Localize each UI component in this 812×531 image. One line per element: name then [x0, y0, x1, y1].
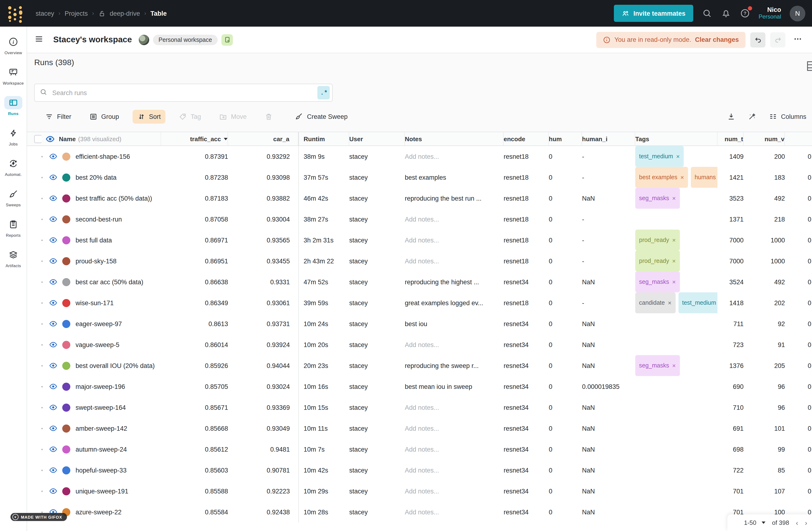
- create-sweep-button[interactable]: Create Sweep: [290, 109, 352, 124]
- cell-notes[interactable]: Add notes...: [405, 397, 504, 418]
- cell-notes[interactable]: best examples: [405, 167, 504, 188]
- workspace-owner-avatar[interactable]: [139, 34, 149, 45]
- visibility-eye-icon[interactable]: [49, 480, 62, 502]
- visibility-eye-icon[interactable]: [49, 397, 62, 418]
- table-row[interactable]: swept-sweep-164 0.85671 0.93369 10m 15s …: [0, 397, 812, 418]
- remove-tag-icon[interactable]: ✕: [672, 252, 676, 270]
- header-user[interactable]: User: [349, 132, 405, 145]
- header-num-t[interactable]: num_t: [717, 132, 743, 145]
- tag-button[interactable]: Tag: [174, 110, 206, 123]
- header-car-a[interactable]: car_a: [228, 132, 299, 145]
- menu-hamburger-icon[interactable]: [34, 34, 44, 45]
- visibility-eye-icon[interactable]: [49, 334, 62, 355]
- visibility-eye-icon[interactable]: [49, 209, 62, 230]
- run-name[interactable]: hopeful-sweep-33: [75, 460, 161, 480]
- remove-tag-icon[interactable]: ✕: [668, 294, 671, 312]
- table-row[interactable]: unique-sweep-191 0.85588 0.92223 10m 29s…: [0, 480, 812, 502]
- run-tag[interactable]: prod_ready✕: [635, 250, 680, 271]
- run-name[interactable]: best overall IOU (20% data): [75, 355, 161, 376]
- remove-tag-icon[interactable]: ✕: [672, 273, 676, 291]
- drag-handle[interactable]: [41, 460, 49, 480]
- prev-page-icon[interactable]: ‹: [796, 519, 798, 527]
- drag-handle[interactable]: [41, 313, 49, 334]
- run-tag[interactable]: test_medium✕: [635, 146, 684, 167]
- columns-button[interactable]: Columns: [769, 112, 806, 121]
- visibility-eye-icon[interactable]: [49, 460, 62, 480]
- remove-tag-icon[interactable]: ✕: [672, 189, 676, 207]
- run-name[interactable]: second-best-run: [75, 209, 161, 230]
- next-page-icon[interactable]: ›: [805, 519, 807, 527]
- workspace-title[interactable]: Stacey's workspace: [53, 35, 132, 45]
- header-num-v[interactable]: num_v: [743, 132, 785, 145]
- remove-tag-icon[interactable]: ✕: [672, 231, 676, 249]
- table-row[interactable]: autumn-sweep-24 0.85612 0.9481 10m 7s st…: [0, 439, 812, 460]
- regex-toggle-button[interactable]: .*: [317, 86, 330, 99]
- sidebar-item-runs[interactable]: Runs: [0, 96, 27, 116]
- run-name[interactable]: proud-sky-158: [75, 250, 161, 271]
- visibility-eye-icon[interactable]: [49, 230, 62, 250]
- visibility-eye-icon[interactable]: [49, 292, 62, 313]
- run-name[interactable]: vague-sweep-5: [75, 334, 161, 355]
- more-options-icon[interactable]: [790, 34, 806, 46]
- visibility-eye-icon[interactable]: [49, 439, 62, 460]
- search-icon[interactable]: [701, 8, 712, 18]
- breadcrumb-page[interactable]: Table: [150, 10, 167, 17]
- header-tags[interactable]: Tags: [635, 132, 717, 145]
- run-tag[interactable]: candidate✕: [635, 292, 676, 313]
- run-tag[interactable]: best examples✕: [635, 167, 688, 188]
- drag-handle[interactable]: [41, 209, 49, 230]
- sidebar-item-sweeps[interactable]: Sweeps: [0, 187, 27, 207]
- cell-notes[interactable]: Add notes...: [405, 209, 504, 230]
- visualize-all-eye-icon[interactable]: [46, 132, 55, 145]
- filter-button[interactable]: Filter: [40, 110, 76, 123]
- drag-handle[interactable]: [41, 250, 49, 271]
- table-row[interactable]: amber-sweep-142 0.85668 0.93049 10m 11s …: [0, 418, 812, 439]
- visibility-eye-icon[interactable]: [49, 376, 62, 397]
- page-size-dropdown[interactable]: 1-50: [744, 519, 766, 526]
- workspace-device-icon[interactable]: [221, 34, 233, 45]
- visibility-eye-icon[interactable]: [49, 188, 62, 209]
- sort-button[interactable]: Sort: [132, 110, 165, 123]
- table-row[interactable]: vague-sweep-5 0.86014 0.93924 10m 20s st…: [0, 334, 812, 355]
- cell-notes[interactable]: great examples logged ev...: [405, 292, 504, 313]
- search-runs-input[interactable]: [51, 89, 317, 97]
- drag-handle[interactable]: [41, 271, 49, 292]
- cell-notes[interactable]: Add notes...: [405, 418, 504, 439]
- cell-notes[interactable]: best iou: [405, 313, 504, 334]
- remove-tag-icon[interactable]: ✕: [676, 147, 680, 166]
- help-icon[interactable]: ?: [740, 8, 750, 18]
- cell-notes[interactable]: Add notes...: [405, 480, 504, 502]
- visibility-eye-icon[interactable]: [49, 250, 62, 271]
- drag-handle[interactable]: [41, 334, 49, 355]
- run-name[interactable]: efficient-shape-156: [75, 146, 161, 167]
- delete-trash-icon[interactable]: [260, 110, 277, 123]
- redo-button[interactable]: [770, 32, 785, 47]
- run-name[interactable]: swept-sweep-164: [75, 397, 161, 418]
- table-row[interactable]: best car acc (50% data) 0.86638 0.9331 4…: [0, 271, 812, 292]
- drag-handle[interactable]: [41, 418, 49, 439]
- table-row[interactable]: azure-sweep-22 0.85584 0.92438 10m 28s s…: [0, 502, 812, 522]
- run-name[interactable]: best 20% data: [75, 167, 161, 188]
- drag-handle[interactable]: [41, 292, 49, 313]
- header-name[interactable]: Name(398 visualized): [59, 132, 161, 145]
- cell-notes[interactable]: Add notes...: [405, 250, 504, 271]
- sidebar-item-overview[interactable]: i Overview: [0, 35, 27, 55]
- header-runtime[interactable]: Runtim: [299, 132, 349, 145]
- clear-changes-link[interactable]: Clear changes: [695, 36, 739, 43]
- group-button[interactable]: Group: [85, 110, 124, 123]
- run-tag[interactable]: seg_masks✕: [635, 271, 680, 292]
- cell-notes[interactable]: Add notes...: [405, 334, 504, 355]
- run-tag[interactable]: humans✕: [691, 167, 717, 188]
- run-name[interactable]: major-sweep-196: [75, 376, 161, 397]
- header-hum[interactable]: hum: [549, 132, 582, 145]
- remove-tag-icon[interactable]: ✕: [680, 168, 684, 186]
- visibility-eye-icon[interactable]: [49, 313, 62, 334]
- cell-notes[interactable]: reproducing the highest ...: [405, 271, 504, 292]
- breadcrumb-projects[interactable]: Projects: [64, 10, 88, 17]
- magic-wand-icon[interactable]: [748, 112, 756, 121]
- cell-notes[interactable]: Add notes...: [405, 146, 504, 167]
- run-name[interactable]: azure-sweep-22: [75, 502, 161, 522]
- drag-handle[interactable]: [41, 146, 49, 167]
- run-name[interactable]: eager-sweep-97: [75, 313, 161, 334]
- run-name[interactable]: best car acc (50% data): [75, 271, 161, 292]
